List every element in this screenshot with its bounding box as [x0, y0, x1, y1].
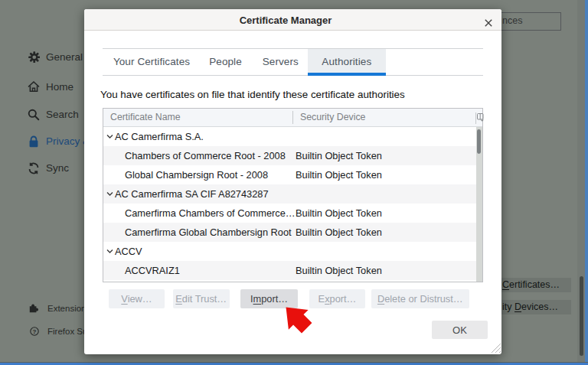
svg-text:?: ?: [32, 328, 36, 335]
